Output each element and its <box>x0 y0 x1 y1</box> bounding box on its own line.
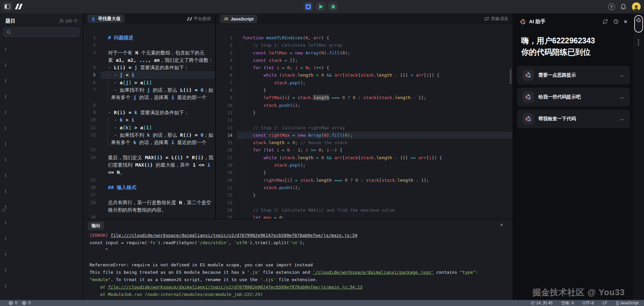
problem-list-item[interactable] <box>0 199 83 215</box>
problem-description-line: 18总共有两行，第一行是数组长度 N，第二个是空 <box>83 199 215 206</box>
ai-assistant-rail-button[interactable] <box>634 15 643 33</box>
line-number: 13 <box>83 146 101 154</box>
problem-description-line: 4- L(i) = j 需要满足的条件如下： <box>83 64 215 71</box>
problem-list-item[interactable] <box>0 89 83 104</box>
problem-description-line: 9- R(i) = k 需要满足的条件如下： <box>83 109 215 116</box>
search-icon <box>6 30 11 35</box>
editor-scrollbar[interactable] <box>510 69 512 84</box>
ai-suggestion-card[interactable]: 给我一些代码提示吧→ <box>517 88 630 106</box>
line-number: 2 <box>216 42 237 49</box>
problem-list-item[interactable] <box>0 262 83 278</box>
code-editor[interactable]: 1function maxOfLRIndices(N, arr) {2 // S… <box>216 24 513 219</box>
status-item[interactable]: 行 14, 列 45 <box>531 300 552 306</box>
warning-count: 0 <box>29 301 31 305</box>
warning-count-icon: ! <box>22 301 26 305</box>
js-badge-icon: JS <box>224 17 228 21</box>
new-chat-icon[interactable] <box>602 19 608 25</box>
output-console[interactable]: [ERROR] file:///cloudide/workspace/daima… <box>83 230 513 306</box>
console-output-line: ^ <box>90 247 513 254</box>
problem-list-item[interactable] <box>0 73 83 89</box>
line-number: 14 <box>83 154 101 161</box>
code-line: 18 stack.pop(); <box>216 162 513 169</box>
line-number <box>83 139 101 146</box>
line-number: 16 <box>216 146 237 154</box>
editor-tab-bar: JS JavaScript 切换语言 <box>216 13 513 24</box>
problems-errors-indicator[interactable]: × 0 <box>9 301 17 305</box>
problem-list-item[interactable] <box>0 247 83 262</box>
app-logo <box>16 4 21 9</box>
ai-suggestion-card[interactable]: 需要一点思路提示→ <box>517 66 630 85</box>
help-icon[interactable]: ? <box>608 3 615 10</box>
line-number: 11 <box>83 124 101 131</box>
code-line: 24 // Step 3: Calculate MAX(i) and find … <box>216 207 513 214</box>
debug-button[interactable] <box>328 2 338 11</box>
status-item[interactable]: UTF-8 <box>583 301 594 305</box>
problem-list-item[interactable] <box>0 215 83 231</box>
bug-icon <box>330 4 336 9</box>
problem-list-item[interactable] <box>0 168 83 183</box>
status-item[interactable]: {} JavaScript <box>616 301 639 305</box>
user-avatar[interactable] <box>632 2 641 11</box>
problem-list-item[interactable] <box>0 120 83 136</box>
status-item[interactable]: 空格: 4 <box>561 300 574 306</box>
language-tab[interactable]: JS JavaScript <box>220 14 257 23</box>
console-output-line: This file is being treated as an ES modu… <box>90 269 513 276</box>
close-output-icon[interactable]: × <box>500 222 503 228</box>
more-options-icon[interactable] <box>638 39 639 45</box>
code-line: 17 while (stack.length > 0 && arr[stack[… <box>216 154 513 162</box>
console-output-line: at file:///cloudide/workspace/daimalianx… <box>90 283 513 291</box>
search-box[interactable] <box>3 28 79 37</box>
code-line: 20 rightMax[i] = stack.length === 0 ? 0 … <box>216 177 513 184</box>
code-line: 14 const rightMax = new Array(N).fill(0)… <box>216 132 513 139</box>
notifications-bell-icon[interactable] <box>620 3 627 10</box>
history-icon[interactable] <box>613 19 619 25</box>
line-number: 17 <box>83 191 101 199</box>
line-number: 9 <box>83 109 101 116</box>
problem-list-item[interactable] <box>0 152 83 168</box>
run-button[interactable] <box>316 2 325 11</box>
provider-logo-icon <box>187 17 192 21</box>
problem-list-item[interactable] <box>0 136 83 152</box>
watermark: 掘金技术社区 @ You33 <box>533 287 625 298</box>
code-line: 8 } <box>216 87 513 94</box>
search-input[interactable] <box>13 30 76 35</box>
problem-list-item[interactable] <box>0 183 83 199</box>
line-number: 14 <box>216 132 237 139</box>
ai-greeting: 嗨，用户6222962343 你的代码陪练已到位 <box>515 25 633 58</box>
ai-panel-title: AI 助手 <box>529 18 545 25</box>
line-number: 15 <box>216 139 237 146</box>
problem-list-item[interactable] <box>0 41 83 57</box>
problem-tab[interactable]: 寻找最大值 <box>87 14 124 23</box>
output-tab[interactable]: 输出 <box>88 222 104 230</box>
code-line: 12 <box>216 117 513 124</box>
problem-description-line: 12 - 如果找不到 k 的话，那么 R(i) = 0；如 <box>83 131 215 139</box>
breakpoint-button[interactable] <box>304 2 313 11</box>
problem-description-line: 7 - 如果找不到 j 的话，那么 L(i) = 0；如 <box>83 86 215 94</box>
problem-description-line: 2 <box>83 41 215 49</box>
problem-description-line: 们需要找到 MAX(i) 的最大值，其中 1 <= i <box>83 161 215 169</box>
problems-warnings-indicator[interactable]: ! 0 <box>22 301 31 305</box>
problem-description-line: 素 a1, a2, ..., an，我们定义了两个函数： <box>83 56 215 64</box>
problem-list-item[interactable] <box>0 231 83 247</box>
toggle-sidebar-button[interactable] <box>3 2 12 11</box>
ai-sparkle-icon <box>525 116 531 122</box>
ai-header: AI 助手 × <box>515 13 633 25</box>
download-arrow-icon <box>91 16 96 21</box>
problem-list-item[interactable] <box>0 57 83 73</box>
status-bar-right: 行 14, 列 45空格: 4UTF-8LF{} JavaScript <box>531 300 639 306</box>
problem-tab-bar: 寻找最大值 平台提供 <box>83 13 215 24</box>
switch-language-button[interactable]: 切换语言 <box>484 16 508 22</box>
line-number: 15 <box>83 176 101 184</box>
ai-suggestion-label: 给我一些代码提示吧 <box>538 94 581 100</box>
status-item[interactable]: LF <box>603 301 607 305</box>
top-bar: ? <box>0 0 644 13</box>
close-ai-panel-icon[interactable]: × <box>624 19 627 24</box>
problem-description-line: 11 - a[k] > a[i] <box>83 124 215 131</box>
problem-list-item[interactable] <box>0 278 83 294</box>
problem-list-item[interactable] <box>0 104 83 120</box>
output-tab-label: 输出 <box>92 223 100 229</box>
line-number: 25 <box>216 214 237 219</box>
problem-description-editor[interactable]: 1# 问题描述23对于一个有 N 个元素的数组，包含如下的元素 a1, a2, … <box>83 24 215 219</box>
ai-suggestion-card[interactable]: 帮我检查一下代码→ <box>517 110 630 128</box>
line-number: 1 <box>216 34 237 42</box>
